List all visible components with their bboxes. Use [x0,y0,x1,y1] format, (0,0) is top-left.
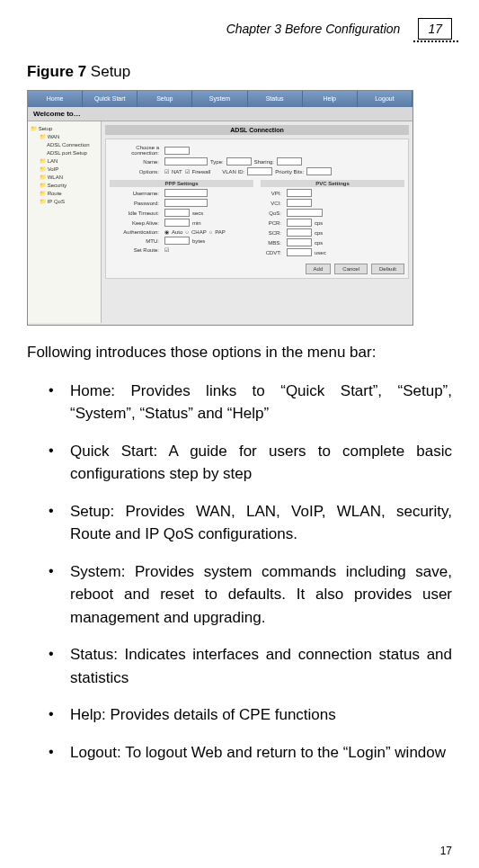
tab-bar: Home Quick Start Setup System Status Hel… [28,91,412,107]
list-item: Quick Start: A guide for users to comple… [49,440,452,486]
mbs-label: MBS: [261,240,284,246]
sharing-select[interactable] [277,157,302,166]
auth-label: Authentication: [110,229,162,235]
cancel-button[interactable]: Cancel [334,264,368,274]
tab-logout[interactable]: Logout [358,91,412,107]
idle-label: Idle Timeout: [110,210,162,216]
nav-tree: Setup WAN ADSL Connection ADSL port Setu… [28,121,102,323]
pap-label: PAP [215,229,226,235]
route-check[interactable]: ☑ [164,246,169,253]
keep-label: Keep Alive: [110,220,162,226]
choose-select[interactable] [164,147,190,155]
tree-adsl-port[interactable]: ADSL port Setup [31,149,98,157]
firewall-check[interactable]: ☑ [185,168,190,174]
vlanid-input[interactable] [247,167,272,175]
qos-select[interactable] [287,209,323,217]
password-input[interactable] [164,199,208,207]
cdvt-unit: usec [315,250,326,255]
default-button[interactable]: Default [371,264,404,274]
list-item: Status: Indicates interfaces and connect… [49,643,452,689]
type-select[interactable] [226,157,252,166]
scr-label: SCR: [261,230,284,236]
sharing-label: Sharing: [254,159,274,165]
tab-home[interactable]: Home [28,91,83,107]
name-label: Name: [110,159,162,165]
username-input[interactable] [164,189,208,197]
tree-wlan[interactable]: WLAN [31,174,98,182]
tree-adsl-conn[interactable]: ADSL Connection [31,141,98,149]
ppp-heading: PPP Settings [110,180,253,187]
tab-status[interactable]: Status [248,91,303,107]
pcr-label: PCR: [261,220,284,226]
idle-input[interactable] [164,209,190,217]
footer-page-number: 17 [440,845,452,857]
nat-check[interactable]: ☑ [164,168,169,174]
tab-system[interactable]: System [192,91,247,107]
chap-label: CHAP [191,229,207,235]
list-item: Help: Provides details of CPE functions [49,703,452,727]
min-label: min [192,220,201,226]
scr-input[interactable] [287,228,312,237]
vci-label: VCI: [261,201,284,206]
pcr-input[interactable] [287,219,312,227]
chap-radio[interactable]: ○ [185,229,189,235]
username-label: Username: [110,191,162,196]
tree-ipqos[interactable]: IP QoS [31,198,98,206]
tree-lan[interactable]: LAN [31,157,98,166]
tab-quick-start[interactable]: Quick Start [83,91,137,107]
config-panel: ADSL Connection Choose a connection: Nam… [102,121,412,323]
secs-label: secs [192,210,203,216]
tree-wan[interactable]: WAN [31,133,98,141]
pap-radio[interactable]: ○ [209,229,213,235]
mbs-input[interactable] [287,238,312,246]
cdvt-label: CDVT: [261,250,284,255]
options-label: Options: [110,169,162,174]
list-item: Setup: Provides WAN, LAN, VoIP, WLAN, se… [49,500,452,546]
list-item: Logout: To logout Web and return to the … [49,741,452,765]
vci-input[interactable] [287,199,312,207]
mbs-unit: cps [315,240,323,246]
tab-help[interactable]: Help [303,91,358,107]
panel-title: ADSL Connection [105,125,409,135]
route-label: Set Route: [110,247,162,253]
vlanid-label: VLAN ID: [222,169,244,174]
setup-screenshot: Home Quick Start Setup System Status Hel… [27,90,413,326]
tab-setup[interactable]: Setup [137,91,192,107]
intro-text: Following introduces those options in th… [27,342,452,363]
page-number: 17 [428,22,442,36]
auto-radio[interactable]: ◉ [164,228,169,235]
tree-setup[interactable]: Setup [31,125,98,133]
name-input[interactable] [164,157,208,166]
figure-number: Figure 7 [27,63,86,80]
figure-label: Figure 7 Setup [27,63,452,81]
mtu-label: MTU: [110,238,162,244]
qos-label: QoS: [261,210,284,216]
type-label: Type: [210,159,224,165]
vpi-label: VPI: [261,191,284,196]
keep-input[interactable] [164,219,190,227]
tree-route[interactable]: Route [31,190,98,198]
scr-unit: cps [315,230,323,236]
tree-voip[interactable]: VoIP [31,166,98,174]
pcr-unit: cps [315,220,323,226]
firewall-label: Firewall [192,169,211,174]
priority-label: Priority Bits: [275,169,304,174]
tree-security[interactable]: Security [31,182,98,190]
priority-select[interactable] [306,167,332,175]
choose-label: Choose a connection: [110,145,162,156]
add-button[interactable]: Add [306,264,332,274]
mtu-input[interactable] [164,237,190,245]
welcome-bar: Welcome to… [28,107,412,121]
decorative-dots [413,39,458,44]
list-item: System: Provides system commands includi… [49,560,452,630]
list-item: Home: Provides links to “Quick Start”, “… [49,380,452,425]
auto-label: Auto [172,229,182,235]
nat-label: NAT [172,169,182,174]
password-label: Password: [110,201,162,206]
page-header: Chapter 3 Before Configuration 17 [27,18,452,45]
page-number-box: 17 [418,18,452,40]
bytes-label: bytes [192,238,205,244]
cdvt-input[interactable] [287,248,312,256]
bullet-list: Home: Provides links to “Quick Start”, “… [27,380,452,765]
vpi-input[interactable] [287,189,312,197]
